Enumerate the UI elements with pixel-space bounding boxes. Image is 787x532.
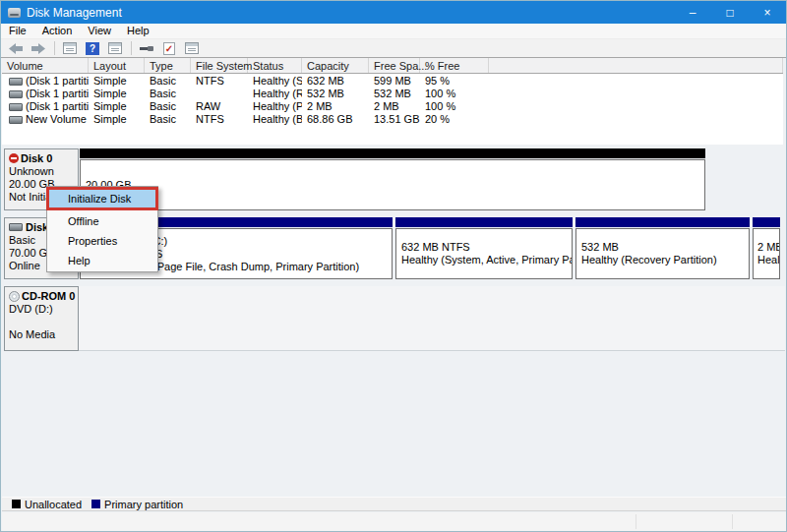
volume-layout: Simple	[89, 113, 145, 125]
context-menu-item-help[interactable]: Help	[47, 251, 157, 270]
volume-fs: NTFS	[191, 113, 248, 125]
minimize-button[interactable]: –	[674, 1, 711, 24]
volume-status: Healthy (P...	[248, 100, 302, 112]
primary-partition-band	[575, 217, 750, 227]
legend-bar: Unallocated Primary partition	[2, 497, 787, 511]
col-capacity[interactable]: Capacity	[302, 58, 369, 73]
primary-partition-swatch	[91, 500, 100, 508]
table-row[interactable]: (Disk 1 partition 3) Simple Basic Health…	[2, 87, 783, 99]
properties-icon	[185, 42, 199, 54]
menu-bar: File Action View Help	[1, 24, 786, 39]
col-status[interactable]: Status	[248, 58, 302, 73]
volume-list-pane: Volume Layout Type File System Status Ca…	[2, 58, 783, 146]
col-file-system[interactable]: File System	[191, 58, 248, 73]
disk0-context-menu: Initialize Disk Offline Properties Help	[46, 186, 158, 272]
disk0-name: Disk 0	[21, 152, 52, 164]
status-bar	[2, 512, 787, 531]
volume-icon	[9, 90, 23, 98]
window-title: Disk Management	[27, 6, 674, 20]
context-menu-item-initialize-disk[interactable]: Initialize Disk	[49, 190, 155, 207]
volume-pct-free: 100 %	[420, 100, 489, 112]
volume-fs: RAW	[191, 100, 248, 112]
annotation-red-box: Initialize Disk	[46, 187, 158, 210]
volume-free: 599 MB	[369, 75, 420, 87]
partition-recovery[interactable]: 532 MB Healthy (Recovery Partition)	[575, 217, 750, 279]
volume-fs: NTFS	[191, 75, 248, 87]
volume-type: Basic	[145, 100, 191, 112]
menu-view[interactable]: View	[80, 24, 119, 38]
volume-name: New Volume (C:)	[26, 113, 89, 125]
col-volume[interactable]: Volume	[2, 58, 89, 73]
help-icon: ?	[86, 42, 99, 55]
disk0-type: Unknown	[9, 165, 78, 178]
cdrom-label-panel[interactable]: CD-ROM 0 DVD (D:) No Media	[4, 286, 79, 351]
toolbar-separator	[131, 41, 132, 55]
forward-button[interactable]	[28, 40, 49, 57]
volume-pct-free: 95 %	[420, 75, 489, 87]
partition-small[interactable]: 2 MB Healthy	[753, 217, 780, 279]
volume-status: Healthy (S...	[248, 75, 302, 87]
check-disk-button[interactable]: ✓	[158, 40, 180, 57]
tool-icon	[140, 43, 153, 53]
properties-button[interactable]	[181, 40, 203, 57]
volume-free: 2 MB	[369, 100, 420, 112]
disk-icon	[9, 223, 23, 231]
partition-line: 532 MB	[581, 241, 749, 254]
volume-layout: Simple	[89, 100, 145, 112]
col-pct-free[interactable]: % Free	[420, 58, 489, 73]
menu-help[interactable]: Help	[119, 24, 157, 38]
cd-rom-icon	[9, 291, 20, 302]
console-tree-button[interactable]	[59, 40, 81, 57]
action-tool-button[interactable]	[136, 40, 157, 57]
col-layout[interactable]: Layout	[89, 58, 145, 73]
forward-arrow-icon	[31, 43, 45, 54]
back-arrow-icon	[9, 43, 23, 54]
volume-capacity: 532 MB	[302, 88, 369, 99]
partition-line: Healthy (System, Active, Primary Partiti…	[401, 254, 572, 266]
partition-system[interactable]: 632 MB NTFS Healthy (System, Active, Pri…	[395, 217, 573, 279]
col-free-space[interactable]: Free Spa...	[369, 58, 420, 73]
volume-table-header: Volume Layout Type File System Status Ca…	[2, 58, 783, 74]
show-hide-button[interactable]	[104, 40, 126, 57]
volume-type: Basic	[145, 75, 191, 87]
volume-icon	[9, 103, 23, 111]
menu-file[interactable]: File	[1, 24, 34, 38]
toolbar-separator	[54, 41, 55, 55]
context-menu-item-offline[interactable]: Offline	[47, 211, 157, 231]
partition-line: Healthy	[757, 254, 779, 266]
panel-window-icon	[108, 42, 122, 54]
disk0-region-size: 20.00 GB	[86, 179, 704, 192]
partition-line: 632 MB NTFS	[401, 241, 572, 254]
cdrom-drive-letter: DVD (D:)	[9, 303, 78, 316]
context-menu-item-properties[interactable]: Properties	[47, 231, 157, 251]
col-filler	[489, 58, 783, 73]
maximize-button[interactable]: □	[711, 1, 749, 24]
table-row[interactable]: (Disk 1 partition 2) Simple Basic NTFS H…	[2, 74, 783, 87]
unallocated-swatch	[12, 500, 21, 508]
console-window-icon	[63, 42, 77, 54]
partition-line: Healthy (Recovery Partition)	[581, 254, 749, 266]
status-divider	[636, 514, 636, 529]
volume-free: 532 MB	[369, 88, 420, 99]
col-type[interactable]: Type	[145, 58, 191, 73]
table-row[interactable]: New Volume (C:) Simple Basic NTFS Health…	[2, 112, 783, 125]
close-button[interactable]: ×	[749, 1, 786, 24]
toolbar: ? ✓	[1, 39, 786, 58]
legend-primary-partition-label: Primary partition	[104, 499, 183, 510]
volume-type: Basic	[145, 88, 191, 99]
cdrom-empty-region[interactable]	[79, 286, 785, 351]
table-row[interactable]: (Disk 1 partition 4) Simple Basic RAW He…	[2, 99, 783, 112]
cdrom-media-status: No Media	[9, 328, 78, 341]
primary-partition-band	[395, 217, 573, 227]
uninitialized-disk-icon	[9, 153, 19, 163]
volume-status: Healthy (B...	[248, 113, 302, 125]
legend-unallocated-label: Unallocated	[25, 499, 82, 510]
cdrom-row: CD-ROM 0 DVD (D:) No Media	[4, 286, 785, 351]
menu-action[interactable]: Action	[34, 24, 81, 38]
help-button[interactable]: ?	[82, 40, 103, 57]
volume-name: (Disk 1 partition 3)	[26, 88, 89, 99]
back-button[interactable]	[5, 40, 27, 57]
volume-pct-free: 100 %	[420, 88, 489, 99]
disk0-unallocated-region[interactable]: 20.00 GB	[80, 148, 705, 210]
volume-layout: Simple	[89, 75, 145, 87]
